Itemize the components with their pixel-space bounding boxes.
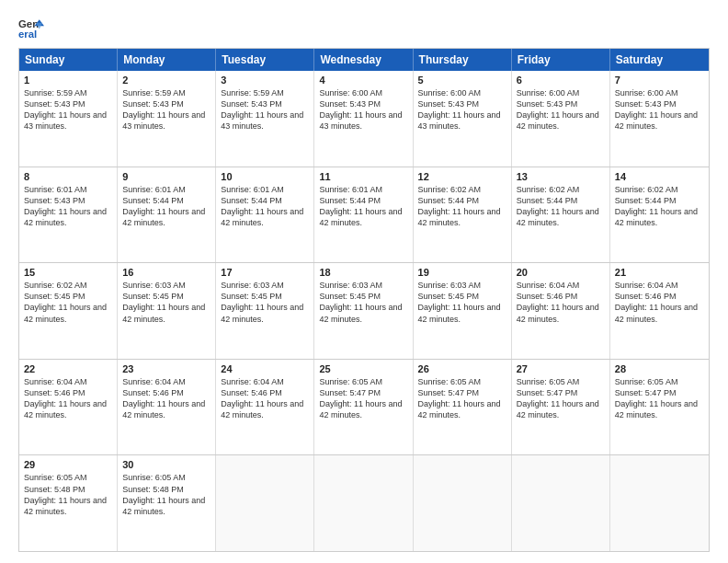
day-info: Sunrise: 6:04 AMSunset: 5:46 PMDaylight:…	[122, 376, 210, 421]
day-number: 4	[319, 75, 407, 86]
day-info: Sunrise: 6:00 AMSunset: 5:43 PMDaylight:…	[615, 87, 704, 132]
calendar-day-cell: 19Sunrise: 6:03 AMSunset: 5:45 PMDayligh…	[414, 263, 512, 359]
day-number: 6	[517, 75, 605, 86]
calendar-day-cell: 6Sunrise: 6:00 AMSunset: 5:43 PMDaylight…	[512, 71, 610, 167]
calendar: SundayMondayTuesdayWednesdayThursdayFrid…	[18, 48, 710, 552]
day-number: 20	[517, 267, 605, 278]
calendar-day-cell: 1Sunrise: 5:59 AMSunset: 5:43 PMDaylight…	[19, 71, 118, 167]
day-info: Sunrise: 6:05 AMSunset: 5:47 PMDaylight:…	[615, 376, 704, 421]
day-number: 3	[221, 75, 309, 86]
day-info: Sunrise: 6:01 AMSunset: 5:44 PMDaylight:…	[221, 184, 309, 229]
calendar-header-cell: Monday	[118, 49, 216, 71]
calendar-day-cell: 22Sunrise: 6:04 AMSunset: 5:46 PMDayligh…	[19, 360, 118, 455]
day-number: 28	[615, 363, 704, 374]
calendar-day-cell: 8Sunrise: 6:01 AMSunset: 5:43 PMDaylight…	[19, 167, 118, 263]
day-info: Sunrise: 6:04 AMSunset: 5:46 PMDaylight:…	[24, 376, 112, 421]
day-number: 14	[615, 171, 704, 182]
calendar-day-cell: 26Sunrise: 6:05 AMSunset: 5:47 PMDayligh…	[414, 360, 512, 455]
calendar-day-cell	[512, 455, 610, 551]
day-info: Sunrise: 6:01 AMSunset: 5:44 PMDaylight:…	[319, 184, 407, 229]
day-number: 29	[24, 459, 112, 470]
calendar-day-cell: 28Sunrise: 6:05 AMSunset: 5:47 PMDayligh…	[610, 360, 709, 455]
calendar-day-cell: 13Sunrise: 6:02 AMSunset: 5:44 PMDayligh…	[512, 167, 610, 263]
day-number: 21	[615, 267, 704, 278]
calendar-day-cell: 10Sunrise: 6:01 AMSunset: 5:44 PMDayligh…	[216, 167, 314, 263]
day-info: Sunrise: 6:04 AMSunset: 5:46 PMDaylight:…	[615, 280, 704, 325]
calendar-header-cell: Friday	[512, 49, 610, 71]
calendar-day-cell: 4Sunrise: 6:00 AMSunset: 5:43 PMDaylight…	[314, 71, 413, 167]
calendar-day-cell: 29Sunrise: 6:05 AMSunset: 5:48 PMDayligh…	[19, 455, 118, 551]
calendar-day-cell: 20Sunrise: 6:04 AMSunset: 5:46 PMDayligh…	[512, 263, 610, 359]
day-info: Sunrise: 6:01 AMSunset: 5:43 PMDaylight:…	[24, 184, 112, 229]
calendar-day-cell: 11Sunrise: 6:01 AMSunset: 5:44 PMDayligh…	[314, 167, 413, 263]
day-number: 22	[24, 363, 112, 374]
day-number: 9	[122, 171, 210, 182]
day-number: 15	[24, 267, 112, 278]
calendar-day-cell: 12Sunrise: 6:02 AMSunset: 5:44 PMDayligh…	[414, 167, 512, 263]
day-number: 8	[24, 171, 112, 182]
day-info: Sunrise: 6:05 AMSunset: 5:48 PMDaylight:…	[122, 472, 210, 517]
day-info: Sunrise: 6:03 AMSunset: 5:45 PMDaylight:…	[122, 280, 210, 325]
page-header: Gen eral	[18, 15, 710, 40]
calendar-header-cell: Wednesday	[314, 49, 413, 71]
day-number: 17	[221, 267, 309, 278]
day-info: Sunrise: 6:03 AMSunset: 5:45 PMDaylight:…	[221, 280, 309, 325]
day-info: Sunrise: 6:00 AMSunset: 5:43 PMDaylight:…	[517, 87, 605, 132]
day-info: Sunrise: 6:03 AMSunset: 5:45 PMDaylight:…	[418, 280, 506, 325]
day-number: 7	[615, 75, 704, 86]
logo-icon: Gen eral	[18, 15, 44, 40]
calendar-header-cell: Sunday	[19, 49, 118, 71]
calendar-day-cell: 30Sunrise: 6:05 AMSunset: 5:48 PMDayligh…	[118, 455, 216, 551]
calendar-day-cell: 24Sunrise: 6:04 AMSunset: 5:46 PMDayligh…	[216, 360, 314, 455]
day-info: Sunrise: 5:59 AMSunset: 5:43 PMDaylight:…	[24, 87, 112, 132]
calendar-day-cell: 18Sunrise: 6:03 AMSunset: 5:45 PMDayligh…	[314, 263, 413, 359]
calendar-page: Gen eral SundayMondayTuesdayWednesdayThu…	[0, 0, 728, 563]
calendar-day-cell: 5Sunrise: 6:00 AMSunset: 5:43 PMDaylight…	[414, 71, 512, 167]
calendar-day-cell	[314, 455, 413, 551]
day-number: 12	[418, 171, 506, 182]
day-number: 19	[418, 267, 506, 278]
day-number: 26	[418, 363, 506, 374]
calendar-day-cell: 25Sunrise: 6:05 AMSunset: 5:47 PMDayligh…	[314, 360, 413, 455]
calendar-week: 15Sunrise: 6:02 AMSunset: 5:45 PMDayligh…	[19, 262, 709, 359]
calendar-week: 22Sunrise: 6:04 AMSunset: 5:46 PMDayligh…	[19, 359, 709, 455]
day-info: Sunrise: 6:05 AMSunset: 5:47 PMDaylight:…	[319, 376, 407, 421]
day-info: Sunrise: 6:04 AMSunset: 5:46 PMDaylight:…	[221, 376, 309, 421]
day-info: Sunrise: 6:00 AMSunset: 5:43 PMDaylight:…	[418, 87, 506, 132]
calendar-day-cell: 17Sunrise: 6:03 AMSunset: 5:45 PMDayligh…	[216, 263, 314, 359]
calendar-day-cell: 3Sunrise: 5:59 AMSunset: 5:43 PMDaylight…	[216, 71, 314, 167]
calendar-day-cell: 9Sunrise: 6:01 AMSunset: 5:44 PMDaylight…	[118, 167, 216, 263]
day-number: 24	[221, 363, 309, 374]
day-number: 1	[24, 75, 112, 86]
calendar-body: 1Sunrise: 5:59 AMSunset: 5:43 PMDaylight…	[19, 71, 709, 551]
calendar-week: 8Sunrise: 6:01 AMSunset: 5:43 PMDaylight…	[19, 167, 709, 263]
day-info: Sunrise: 5:59 AMSunset: 5:43 PMDaylight:…	[122, 87, 210, 132]
day-number: 16	[122, 267, 210, 278]
day-number: 2	[122, 75, 210, 86]
calendar-week: 29Sunrise: 6:05 AMSunset: 5:48 PMDayligh…	[19, 454, 709, 551]
day-number: 11	[319, 171, 407, 182]
day-info: Sunrise: 6:05 AMSunset: 5:48 PMDaylight:…	[24, 472, 112, 517]
day-info: Sunrise: 5:59 AMSunset: 5:43 PMDaylight:…	[221, 87, 309, 132]
day-info: Sunrise: 6:02 AMSunset: 5:44 PMDaylight:…	[418, 184, 506, 229]
day-number: 13	[517, 171, 605, 182]
day-number: 27	[517, 363, 605, 374]
svg-text:eral: eral	[18, 29, 37, 40]
day-info: Sunrise: 6:01 AMSunset: 5:44 PMDaylight:…	[122, 184, 210, 229]
logo: Gen eral	[18, 15, 48, 40]
day-number: 30	[122, 459, 210, 470]
day-number: 23	[122, 363, 210, 374]
calendar-day-cell	[610, 455, 709, 551]
day-info: Sunrise: 6:02 AMSunset: 5:44 PMDaylight:…	[517, 184, 605, 229]
calendar-day-cell	[414, 455, 512, 551]
calendar-day-cell: 16Sunrise: 6:03 AMSunset: 5:45 PMDayligh…	[118, 263, 216, 359]
calendar-header-row: SundayMondayTuesdayWednesdayThursdayFrid…	[19, 49, 709, 71]
day-info: Sunrise: 6:02 AMSunset: 5:44 PMDaylight:…	[615, 184, 704, 229]
day-info: Sunrise: 6:03 AMSunset: 5:45 PMDaylight:…	[319, 280, 407, 325]
day-number: 10	[221, 171, 309, 182]
day-info: Sunrise: 6:04 AMSunset: 5:46 PMDaylight:…	[517, 280, 605, 325]
calendar-day-cell: 23Sunrise: 6:04 AMSunset: 5:46 PMDayligh…	[118, 360, 216, 455]
calendar-header-cell: Thursday	[414, 49, 512, 71]
calendar-week: 1Sunrise: 5:59 AMSunset: 5:43 PMDaylight…	[19, 71, 709, 167]
calendar-day-cell: 15Sunrise: 6:02 AMSunset: 5:45 PMDayligh…	[19, 263, 118, 359]
